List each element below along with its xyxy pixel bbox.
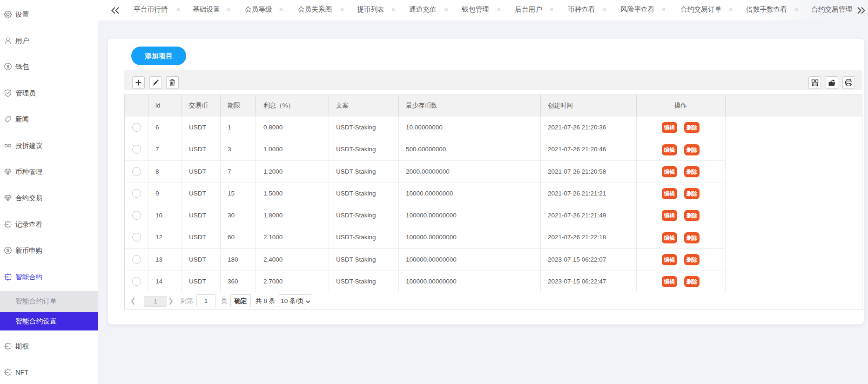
svg-text:$: $ (7, 64, 9, 69)
svg-text:$: $ (7, 248, 9, 253)
